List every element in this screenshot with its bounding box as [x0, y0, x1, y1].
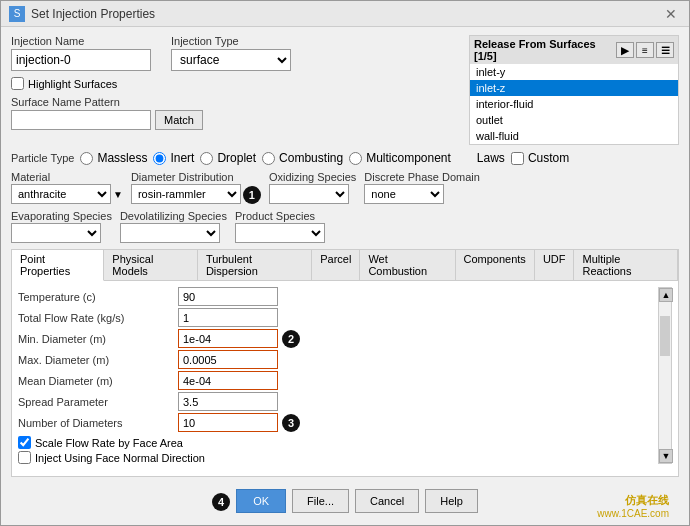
prop-scrollbar[interactable]: ▲ ▼ — [658, 287, 672, 464]
product-species-group: Product Species — [235, 210, 325, 243]
release-header-buttons: ▶ ≡ ☰ — [616, 42, 674, 58]
devolatilizing-species-group: Devolatilizing Species — [120, 210, 227, 243]
radio-multicomponent-input[interactable] — [349, 152, 362, 165]
window-icon: S — [9, 6, 25, 22]
prop-input-temperature[interactable] — [178, 287, 278, 306]
release-item-inlet-y[interactable]: inlet-y — [470, 64, 678, 80]
tab-physical-models[interactable]: Physical Models — [104, 250, 198, 280]
tab-turbulent-dispersion[interactable]: Turbulent Dispersion — [198, 250, 312, 280]
prop-row-temperature: Temperature (c) — [18, 287, 654, 306]
release-next-btn[interactable]: ▶ — [616, 42, 634, 58]
tab-point-properties[interactable]: Point Properties — [12, 250, 104, 281]
injection-name-group: Injection Name — [11, 35, 151, 71]
release-panel-title: Release From Surfaces [1/5] — [474, 38, 616, 62]
prop-input-min-diameter[interactable] — [178, 329, 278, 348]
radio-combusting-input[interactable] — [262, 152, 275, 165]
prop-label-temperature: Temperature (c) — [18, 291, 178, 303]
injection-type-group: Injection Type surface — [171, 35, 291, 71]
prop-label-num-diameters: Number of Diameters — [18, 417, 178, 429]
check-scale-flow-rate: Scale Flow Rate by Face Area — [18, 436, 654, 449]
surface-pattern-input[interactable] — [11, 110, 151, 130]
tab-multiple-reactions[interactable]: Multiple Reactions — [574, 250, 678, 280]
evaporating-species-group: Evaporating Species — [11, 210, 112, 243]
tab-wet-combustion[interactable]: Wet Combustion — [360, 250, 455, 280]
diameter-dist-label: Diameter Distribution — [131, 171, 261, 183]
scrollbar-thumb[interactable] — [660, 316, 670, 356]
prop-input-max-diameter[interactable] — [178, 350, 278, 369]
checkbox-scale-flow-rate[interactable] — [18, 436, 31, 449]
window-title: Set Injection Properties — [31, 7, 155, 21]
prop-input-mean-diameter[interactable] — [178, 371, 278, 390]
point-props-fields: Temperature (c) Total Flow Rate (kg/s) M… — [18, 287, 654, 464]
diameter-dist-group: Diameter Distribution rosin-rammler 1 — [131, 171, 261, 204]
product-species-select[interactable] — [235, 223, 325, 243]
callout-1: 1 — [243, 186, 261, 204]
file-button[interactable]: File... — [292, 489, 349, 513]
checkbox-face-normal[interactable] — [18, 451, 31, 464]
tab-udf[interactable]: UDF — [535, 250, 575, 280]
close-button[interactable]: ✕ — [661, 4, 681, 24]
watermark-line2: www.1CAE.com — [597, 508, 669, 519]
radio-multicomponent-label: Multicomponent — [366, 151, 451, 165]
injection-type-label: Injection Type — [171, 35, 291, 47]
material-row: Material anthracite ▼ Diameter Distribut… — [11, 171, 679, 204]
release-menu-btn[interactable]: ☰ — [656, 42, 674, 58]
evaporating-species-label: Evaporating Species — [11, 210, 112, 222]
tabs-container: Point Properties Physical Models Turbule… — [11, 249, 679, 477]
prop-input-num-diameters[interactable] — [178, 413, 278, 432]
radio-combusting-label: Combusting — [279, 151, 343, 165]
laws-custom-row: Custom — [511, 151, 569, 165]
laws-label: Laws — [477, 151, 505, 165]
release-item-outlet[interactable]: outlet — [470, 112, 678, 128]
release-surfaces-panel: Release From Surfaces [1/5] ▶ ≡ ☰ inlet-… — [469, 35, 679, 145]
injection-type-select[interactable]: surface — [171, 49, 291, 71]
material-dropdown-icon[interactable]: ▼ — [113, 189, 123, 200]
prop-input-spread[interactable] — [178, 392, 278, 411]
prop-label-flow-rate: Total Flow Rate (kg/s) — [18, 312, 178, 324]
label-face-normal: Inject Using Face Normal Direction — [35, 452, 205, 464]
laws-custom-checkbox[interactable] — [511, 152, 524, 165]
surface-pattern-group: Surface Name Pattern Match — [11, 96, 459, 130]
cancel-button[interactable]: Cancel — [355, 489, 419, 513]
devolatilizing-species-label: Devolatilizing Species — [120, 210, 227, 222]
prop-row-max-diameter: Max. Diameter (m) — [18, 350, 654, 369]
release-item-inlet-z[interactable]: inlet-z — [470, 80, 678, 96]
prop-input-flow-rate[interactable] — [178, 308, 278, 327]
diameter-dist-select[interactable]: rosin-rammler — [131, 184, 241, 204]
watermark-line1: 仿真在线 — [597, 493, 669, 508]
label-scale-flow-rate: Scale Flow Rate by Face Area — [35, 437, 183, 449]
scrollbar-up-btn[interactable]: ▲ — [659, 288, 673, 302]
discrete-phase-group: Discrete Phase Domain none — [364, 171, 480, 204]
release-item-interior-fluid[interactable]: interior-fluid — [470, 96, 678, 112]
injection-name-input[interactable] — [11, 49, 151, 71]
radio-droplet-input[interactable] — [200, 152, 213, 165]
oxidizing-species-select[interactable] — [269, 184, 349, 204]
radio-droplet-label: Droplet — [217, 151, 256, 165]
callout-4: 4 — [212, 493, 230, 511]
material-select[interactable]: anthracite — [11, 184, 111, 204]
laws-custom-label: Custom — [528, 151, 569, 165]
radio-inert-input[interactable] — [153, 152, 166, 165]
scrollbar-down-btn[interactable]: ▼ — [659, 449, 673, 463]
tab-parcel[interactable]: Parcel — [312, 250, 360, 280]
evaporating-species-select[interactable] — [11, 223, 101, 243]
ok-button[interactable]: OK — [236, 489, 286, 513]
main-window: S Set Injection Properties ✕ Injection N… — [0, 0, 690, 526]
radio-massless-label: Massless — [97, 151, 147, 165]
discrete-phase-select[interactable]: none — [364, 184, 444, 204]
help-button[interactable]: Help — [425, 489, 478, 513]
release-item-wall-fluid[interactable]: wall-fluid — [470, 128, 678, 144]
devolatilizing-species-select[interactable] — [120, 223, 220, 243]
species-row: Evaporating Species Devolatilizing Speci… — [11, 210, 679, 243]
material-group: Material anthracite ▼ — [11, 171, 123, 204]
highlight-row: Highlight Surfaces — [11, 77, 459, 90]
release-list-btn[interactable]: ≡ — [636, 42, 654, 58]
tab-components[interactable]: Components — [456, 250, 535, 280]
material-label: Material — [11, 171, 123, 183]
radio-multicomponent: Multicomponent — [349, 151, 451, 165]
top-section: Injection Name Injection Type surface — [11, 35, 679, 145]
match-button[interactable]: Match — [155, 110, 203, 130]
radio-massless-input[interactable] — [80, 152, 93, 165]
prop-row-num-diameters: Number of Diameters 3 — [18, 413, 654, 432]
highlight-surfaces-checkbox[interactable] — [11, 77, 24, 90]
